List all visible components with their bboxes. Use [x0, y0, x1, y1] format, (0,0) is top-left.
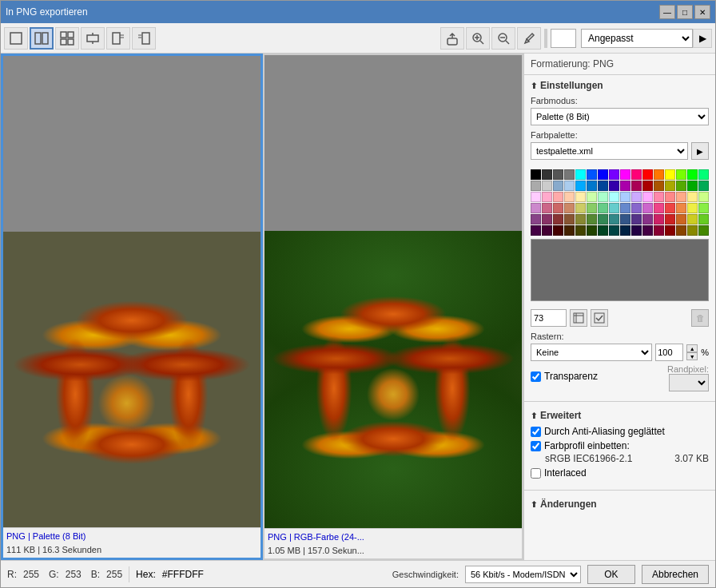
palette-cell-92[interactable] — [665, 225, 675, 236]
palette-cell-14[interactable] — [687, 169, 698, 180]
farbprofil-row[interactable]: Farbprofil einbetten: — [531, 440, 709, 451]
palette-cell-26[interactable] — [642, 181, 653, 191]
palette-cell-7[interactable] — [609, 169, 619, 180]
palette-cell-52[interactable] — [575, 203, 586, 213]
palette-cell-65[interactable] — [542, 214, 552, 224]
rastern-select[interactable]: Keine Floyd-Steinberg Bayer — [531, 344, 652, 361]
palette-cell-8[interactable] — [620, 169, 630, 180]
palette-cell-44[interactable] — [665, 192, 675, 202]
palette-cell-49[interactable] — [542, 203, 552, 213]
palette-cell-29[interactable] — [676, 181, 686, 191]
interlaced-row[interactable]: Interlaced — [531, 467, 709, 479]
rastern-spin-down[interactable]: ▼ — [686, 352, 698, 360]
rastern-spin-up[interactable]: ▲ — [686, 344, 698, 352]
palette-cell-63[interactable] — [698, 203, 709, 213]
color-index-input[interactable] — [531, 309, 567, 327]
view-4-btn[interactable] — [55, 27, 79, 50]
palette-cell-48[interactable] — [531, 203, 541, 213]
palette-cell-80[interactable] — [531, 225, 541, 236]
palette-cell-12[interactable] — [665, 169, 675, 180]
palette-cell-57[interactable] — [631, 203, 642, 213]
palette-cell-59[interactable] — [654, 203, 664, 213]
transparenz-label[interactable]: Transparenz — [531, 371, 598, 382]
palette-cell-40[interactable] — [620, 192, 630, 202]
palette-cell-79[interactable] — [698, 214, 709, 224]
palette-cell-78[interactable] — [687, 214, 698, 224]
palette-cell-22[interactable] — [598, 181, 608, 191]
palette-cell-88[interactable] — [620, 225, 630, 236]
farbprofil-checkbox[interactable] — [531, 441, 541, 451]
palette-cell-18[interactable] — [553, 181, 563, 191]
zoom-select[interactable]: Angepasst 100% 200% 50% — [581, 29, 693, 48]
zoom-fit-btn[interactable] — [81, 27, 105, 50]
zoom-out-btn[interactable] — [491, 27, 515, 50]
color-select-btn[interactable] — [591, 309, 608, 327]
palette-cell-60[interactable] — [665, 203, 675, 213]
palette-cell-25[interactable] — [631, 181, 642, 191]
palette-cell-42[interactable] — [642, 192, 653, 202]
palette-cell-90[interactable] — [642, 225, 653, 236]
palette-cell-54[interactable] — [598, 203, 608, 213]
palette-cell-51[interactable] — [564, 203, 575, 213]
palette-cell-67[interactable] — [564, 214, 575, 224]
color-delete-btn[interactable]: 🗑 — [691, 309, 709, 327]
palette-cell-86[interactable] — [598, 225, 608, 236]
view-b-btn[interactable] — [132, 27, 156, 50]
palette-cell-19[interactable] — [564, 181, 575, 191]
palette-cell-71[interactable] — [609, 214, 619, 224]
palette-cell-35[interactable] — [564, 192, 575, 202]
palette-cell-34[interactable] — [553, 192, 563, 202]
palette-cell-62[interactable] — [687, 203, 698, 213]
palette-cell-16[interactable] — [531, 181, 541, 191]
palette-cell-55[interactable] — [609, 203, 619, 213]
interlaced-checkbox[interactable] — [531, 468, 541, 479]
palette-cell-82[interactable] — [553, 225, 563, 236]
palette-cell-93[interactable] — [676, 225, 686, 236]
palette-cell-74[interactable] — [642, 214, 653, 224]
palette-cell-32[interactable] — [531, 192, 541, 202]
palette-cell-31[interactable] — [698, 181, 709, 191]
zoom-in-btn[interactable] — [466, 27, 490, 50]
palette-cell-33[interactable] — [542, 192, 552, 202]
farbpalette-menu-btn[interactable]: ▶ — [691, 142, 709, 160]
palette-cell-17[interactable] — [542, 181, 552, 191]
palette-cell-0[interactable] — [531, 169, 541, 180]
palette-cell-9[interactable] — [631, 169, 642, 180]
anti-aliasing-row[interactable]: Durch Anti-Aliasing geglättet — [531, 426, 709, 437]
palette-cell-68[interactable] — [575, 214, 586, 224]
cancel-button[interactable]: Abbrechen — [642, 565, 709, 584]
palette-cell-27[interactable] — [654, 181, 664, 191]
view-single-btn[interactable] — [4, 27, 28, 50]
palette-cell-15[interactable] — [698, 169, 709, 180]
palette-cell-61[interactable] — [676, 203, 686, 213]
palette-cell-11[interactable] — [654, 169, 664, 180]
palette-cell-41[interactable] — [631, 192, 642, 202]
palette-cell-4[interactable] — [575, 169, 586, 180]
palette-cell-24[interactable] — [620, 181, 630, 191]
palette-cell-95[interactable] — [698, 225, 709, 236]
color-edit-btn[interactable] — [570, 309, 587, 327]
palette-cell-3[interactable] — [564, 169, 575, 180]
palette-cell-76[interactable] — [665, 214, 675, 224]
palette-cell-43[interactable] — [654, 192, 664, 202]
palette-cell-77[interactable] — [676, 214, 686, 224]
view-split-btn[interactable] — [30, 27, 54, 50]
palette-cell-83[interactable] — [564, 225, 575, 236]
palette-cell-6[interactable] — [598, 169, 608, 180]
palette-cell-5[interactable] — [587, 169, 597, 180]
palette-cell-87[interactable] — [609, 225, 619, 236]
speed-select[interactable]: 56 Kbit/s - Modem/ISDN 128 Kbit/s 1 Mbit… — [465, 566, 581, 583]
palette-cell-56[interactable] — [620, 203, 630, 213]
view-a-btn[interactable] — [106, 27, 130, 50]
palette-cell-81[interactable] — [542, 225, 552, 236]
palette-cell-85[interactable] — [587, 225, 597, 236]
palette-cell-64[interactable] — [531, 214, 541, 224]
palette-cell-73[interactable] — [631, 214, 642, 224]
palette-cell-69[interactable] — [587, 214, 597, 224]
ok-button[interactable]: OK — [587, 565, 635, 584]
farbpalette-select[interactable]: testpalette.xml — [531, 142, 688, 160]
palette-cell-89[interactable] — [631, 225, 642, 236]
palette-cell-39[interactable] — [609, 192, 619, 202]
farbmodus-select[interactable]: Palette (8 Bit) RGB RGBA — [531, 108, 709, 125]
palette-cell-13[interactable] — [676, 169, 686, 180]
